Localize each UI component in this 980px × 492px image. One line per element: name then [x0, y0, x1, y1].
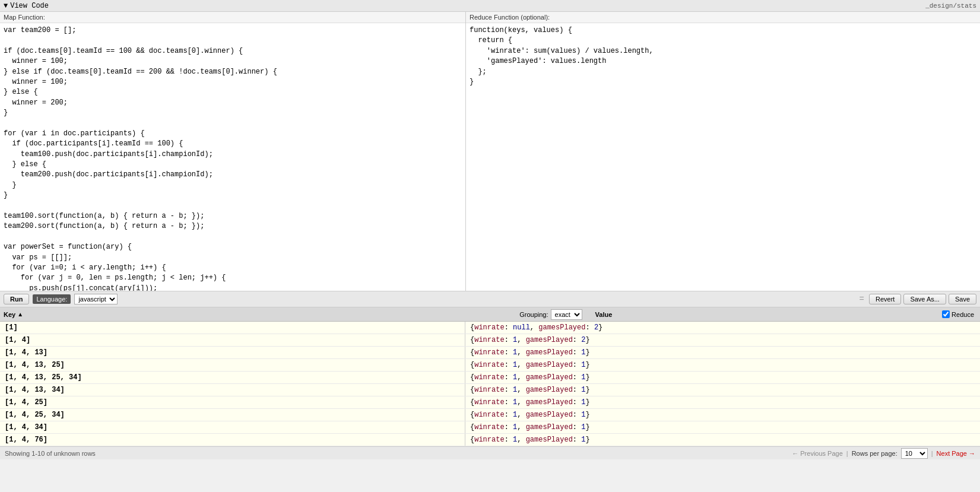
result-key: [1, 4, 34]	[0, 421, 465, 433]
result-key: [1, 4, 25]	[0, 396, 465, 408]
title-text: View Code	[10, 2, 49, 10]
run-button[interactable]: Run	[4, 294, 29, 304]
next-page-button[interactable]: Next Page →	[937, 450, 975, 457]
revert-button[interactable]: Revert	[869, 294, 901, 304]
prev-page-button[interactable]: ← Previous Page	[792, 450, 843, 457]
result-value: {winrate: 1, gamesPlayed: 1}	[465, 409, 980, 421]
language-select[interactable]: javascript	[74, 294, 118, 304]
table-row: [1] {winrate: null, gamesPlayed: 2}	[0, 322, 980, 334]
result-value: {winrate: 1, gamesPlayed: 1}	[465, 372, 980, 383]
result-value: {winrate: 1, gamesPlayed: 1}	[465, 396, 980, 408]
reduce-pane: Reduce Function (optional): function(key…	[466, 12, 980, 291]
result-value: {winrate: 1, gamesPlayed: 1}	[465, 347, 980, 358]
result-value: {winrate: 1, gamesPlayed: 1}	[465, 359, 980, 371]
result-key: [1, 4, 13, 25]	[0, 359, 465, 371]
table-row: [1, 4, 13] {winrate: 1, gamesPlayed: 1}	[0, 347, 980, 359]
result-value: {winrate: 1, gamesPlayed: 1}	[465, 384, 980, 396]
map-code-editor[interactable]: var team200 = []; if (doc.teams[0].teamI…	[0, 23, 465, 291]
result-value: {winrate: 1, gamesPlayed: 1}	[465, 421, 980, 433]
grouping-label: Grouping:	[519, 311, 548, 318]
title-bar: ▼ View Code _design/stats	[0, 0, 980, 12]
language-label: Language:	[33, 294, 71, 304]
map-pane: Map Function: var team200 = []; if (doc.…	[0, 12, 466, 291]
footer: Showing 1-10 of unknown rows ← Previous …	[0, 446, 980, 459]
result-value: {winrate: null, gamesPlayed: 2}	[465, 322, 980, 334]
results-panel: Key ▲ Grouping: exact none 123 456 789 V…	[0, 307, 980, 446]
footer-separator-2: |	[931, 450, 933, 457]
toolbar-divider: =	[860, 294, 864, 304]
rows-per-page-label: Rows per page:	[852, 450, 897, 457]
table-row: [1, 4, 25] {winrate: 1, gamesPlayed: 1}	[0, 396, 980, 409]
result-key: [1, 4, 13, 34]	[0, 384, 465, 396]
table-row: [1, 4, 13, 25] {winrate: 1, gamesPlayed:…	[0, 359, 980, 372]
reduce-pane-label: Reduce Function (optional):	[466, 12, 980, 23]
value-column-label: Value	[591, 311, 938, 318]
save-button[interactable]: Save	[949, 294, 976, 304]
path-text: _design/stats	[925, 2, 976, 9]
results-table: [1] {winrate: null, gamesPlayed: 2} [1, …	[0, 322, 980, 446]
table-row: [1, 4, 76] {winrate: 1, gamesPlayed: 1}	[0, 434, 980, 446]
result-value: {winrate: 1, gamesPlayed: 1}	[465, 434, 980, 446]
reduce-label: Reduce	[952, 311, 974, 318]
save-as-button[interactable]: Save As...	[903, 294, 946, 304]
rows-per-page-select[interactable]: 102550100	[901, 448, 928, 459]
footer-separator: |	[846, 450, 848, 457]
table-row: [1, 4] {winrate: 1, gamesPlayed: 2}	[0, 334, 980, 347]
table-row: [1, 4, 34] {winrate: 1, gamesPlayed: 1}	[0, 421, 980, 434]
toolbar: Run Language: javascript = Revert Save A…	[0, 291, 980, 307]
result-key: [1]	[0, 322, 465, 334]
result-key: [1, 4]	[0, 334, 465, 346]
reduce-checkbox[interactable]	[942, 310, 950, 318]
result-value: {winrate: 1, gamesPlayed: 2}	[465, 334, 980, 346]
table-row: [1, 4, 13, 25, 34] {winrate: 1, gamesPla…	[0, 372, 980, 384]
reduce-code-editor[interactable]: function(keys, values) { return { 'winra…	[466, 23, 980, 291]
result-key: [1, 4, 76]	[0, 434, 465, 446]
table-row: [1, 4, 25, 34] {winrate: 1, gamesPlayed:…	[0, 409, 980, 421]
key-column-label: Key	[4, 311, 15, 318]
results-header: Key ▲ Grouping: exact none 123 456 789 V…	[0, 307, 980, 322]
sort-arrow-icon: ▲	[17, 311, 23, 318]
grouping-select[interactable]: exact none 123 456 789	[551, 309, 582, 320]
map-pane-label: Map Function:	[0, 12, 465, 23]
result-key: [1, 4, 13, 25, 34]	[0, 372, 465, 383]
table-row: [1, 4, 13, 34] {winrate: 1, gamesPlayed:…	[0, 384, 980, 396]
triangle-icon: ▼	[4, 2, 8, 10]
result-key: [1, 4, 25, 34]	[0, 409, 465, 421]
result-key: [1, 4, 13]	[0, 347, 465, 358]
showing-text: Showing 1-10 of unknown rows	[5, 450, 96, 457]
